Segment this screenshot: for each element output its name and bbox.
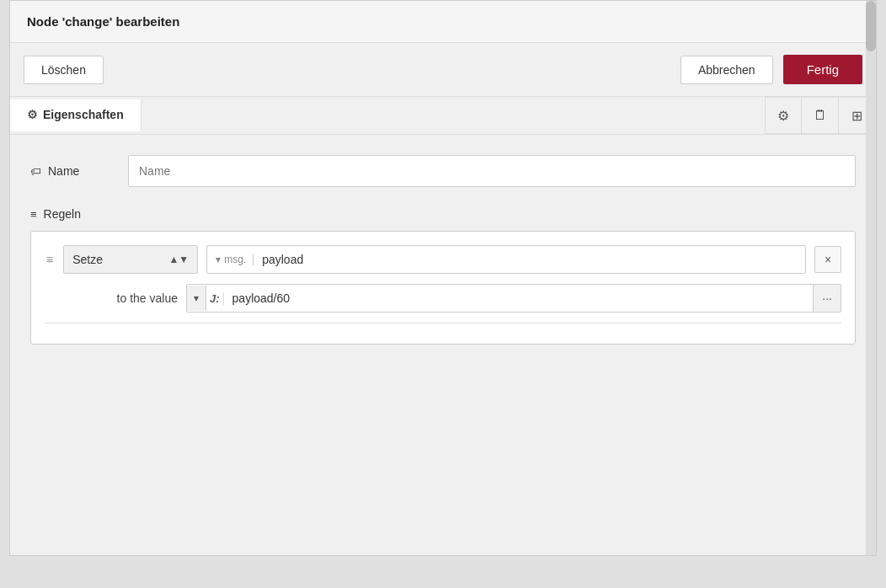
- tabs-row: ⚙ Eigenschaften ⚙ 🗒 ⊞: [10, 97, 876, 135]
- content-area: 🏷 Name ≡ Regeln ≡ Setze ▲▼: [10, 135, 876, 361]
- list-icon: ≡: [30, 208, 37, 221]
- tab-eigenschaften[interactable]: ⚙ Eigenschaften: [10, 99, 141, 131]
- panel-header: Node 'change' bearbeiten: [10, 1, 876, 43]
- grid-icon: ⊞: [851, 108, 862, 124]
- tab-actions: ⚙ 🗒 ⊞: [765, 97, 876, 134]
- rule-divider: [45, 323, 841, 323]
- msg-field[interactable]: ▾ msg. payload: [206, 245, 806, 274]
- rules-section: ≡ Regeln ≡ Setze ▲▼ ▾ msg.: [30, 207, 856, 345]
- tab-settings-button[interactable]: ⚙: [765, 97, 802, 134]
- document-icon: 🗒: [814, 108, 827, 123]
- delete-rule-button[interactable]: ×: [814, 246, 841, 273]
- value-row: to the value ▾ J: ···: [77, 284, 841, 313]
- close-icon: ×: [825, 253, 831, 266]
- to-the-value-label: to the value: [77, 291, 178, 305]
- eigenschaften-tab-icon: ⚙: [27, 108, 38, 121]
- value-input[interactable]: [224, 285, 814, 312]
- msg-value: payload: [262, 253, 303, 266]
- name-input[interactable]: [128, 155, 856, 187]
- panel-toolbar: Löschen Abbrechen Fertig: [10, 43, 876, 97]
- drag-icon: ≡: [46, 253, 53, 266]
- more-options-button[interactable]: ···: [813, 285, 841, 312]
- scrollbar-thumb[interactable]: [866, 1, 876, 51]
- tag-icon: 🏷: [30, 165, 41, 178]
- drag-handle[interactable]: ≡: [45, 249, 55, 270]
- panel-title: Node 'change' bearbeiten: [27, 14, 859, 29]
- more-icon: ···: [822, 291, 832, 305]
- dropdown-arrow: ▲▼: [168, 254, 189, 265]
- value-field: ▾ J: ···: [186, 284, 841, 313]
- name-field-row: 🏷 Name: [30, 155, 856, 187]
- delete-button[interactable]: Löschen: [24, 56, 104, 84]
- action-label: Setze: [72, 253, 103, 266]
- rule-row: ≡ Setze ▲▼ ▾ msg. payload ×: [45, 245, 841, 274]
- action-select[interactable]: Setze ▲▼: [63, 245, 198, 274]
- node-edit-panel: Node 'change' bearbeiten Löschen Abbrech…: [9, 0, 877, 556]
- done-button[interactable]: Fertig: [783, 55, 862, 84]
- scrollbar[interactable]: [866, 1, 876, 555]
- dropdown-arrow-small: ▾: [216, 254, 221, 265]
- tab-doc-button[interactable]: 🗒: [802, 97, 839, 134]
- cancel-button[interactable]: Abbrechen: [681, 56, 773, 84]
- type-dropdown-arrow: ▾: [194, 292, 199, 304]
- rules-container: ≡ Setze ▲▼ ▾ msg. payload ×: [30, 231, 856, 345]
- value-type-selector[interactable]: ▾: [187, 286, 206, 311]
- gear-icon: ⚙: [777, 108, 789, 124]
- name-label: 🏷 Name: [30, 164, 115, 178]
- rules-label: ≡ Regeln: [30, 207, 856, 221]
- tab-label: Eigenschaften: [43, 108, 124, 121]
- msg-prefix-selector[interactable]: ▾ msg.: [216, 254, 254, 265]
- type-indicator: J:: [206, 292, 224, 305]
- msg-prefix-label: msg.: [224, 254, 246, 265]
